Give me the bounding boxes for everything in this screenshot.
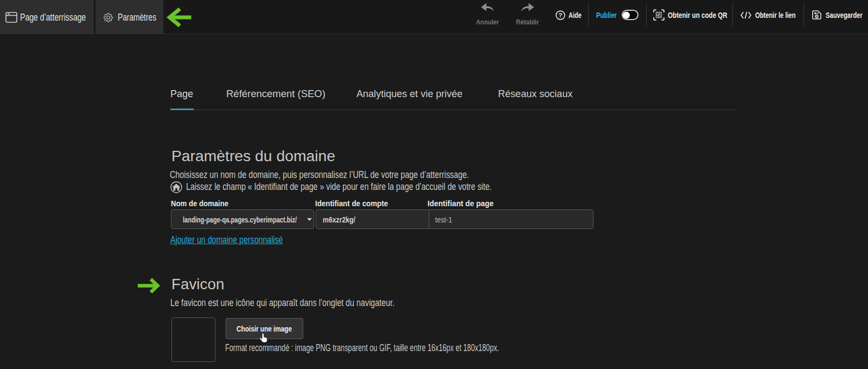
svg-text:?: ? bbox=[559, 12, 563, 18]
